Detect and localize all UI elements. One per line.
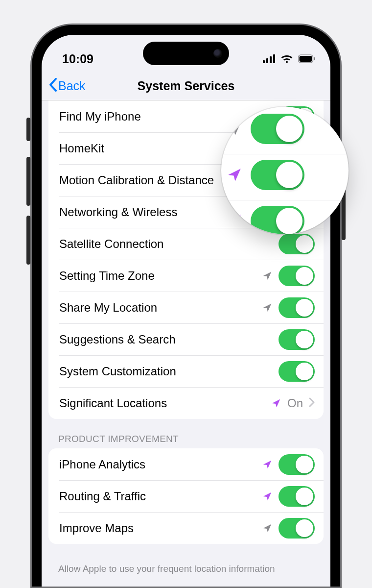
row-label: Networking & Wireless [59,205,262,219]
row-label: iPhone Analytics [59,458,262,471]
toggle-switch[interactable] [279,486,315,507]
row-label: Improve Maps [59,521,262,535]
settings-row: Improve Maps [48,512,324,544]
dynamic-island [143,42,229,65]
row-label: Suggestions & Search [59,333,279,346]
settings-row: Setting Time Zone [48,260,324,292]
svg-rect-1 [266,58,268,63]
toggle-switch[interactable] [279,266,315,286]
location-arrow-icon [271,398,281,409]
settings-row: Routing & Traffic [48,480,324,512]
location-arrow-icon [262,459,273,470]
chevron-right-icon [309,397,315,409]
row-label: System Customization [59,365,279,378]
battery-icon [298,52,316,66]
front-camera [213,49,222,58]
device-silent-switch [26,118,30,141]
row-label: Significant Locations [59,396,271,410]
settings-row[interactable]: Significant Locations On [48,387,324,419]
location-arrow-icon [226,167,243,183]
back-label: Back [58,79,86,93]
toggle-switch[interactable] [279,361,315,382]
svg-rect-2 [270,56,272,63]
row-label: Find My iPhone [59,110,262,123]
row-value: On [287,396,303,410]
location-arrow-icon [262,302,273,313]
settings-group: iPhone Analytics Routing & Traffic Impro… [48,448,324,544]
device-volume-down [26,216,30,265]
settings-row: Suggestions & Search [48,323,324,355]
wifi-icon [280,52,293,66]
status-time: 10:09 [62,52,93,66]
section-footer: Allow Apple to use your frequent locatio… [42,559,330,575]
section-header: PRODUCT IMPROVEMENT [42,434,330,448]
svg-rect-0 [263,60,265,63]
svg-rect-6 [314,57,315,60]
toggle-switch[interactable] [279,329,315,350]
toggle-switch [251,160,304,190]
toggle-switch[interactable] [279,518,315,539]
toggle-switch[interactable] [279,297,315,318]
row-label: Setting Time Zone [59,269,262,283]
back-button[interactable]: Back [42,78,86,95]
nav-bar: Back System Services [42,72,330,100]
settings-row: iPhone Analytics [48,448,324,480]
chevron-left-icon [48,78,57,95]
location-arrow-icon [262,491,273,502]
row-label: Share My Location [59,301,262,315]
toggle-switch [251,114,304,144]
row-label: Routing & Traffic [59,490,262,503]
svg-rect-5 [300,56,312,62]
device-volume-up [26,157,30,206]
location-arrow-icon [262,523,273,534]
svg-rect-3 [273,54,275,63]
location-arrow-icon [262,270,273,281]
magnifier-callout [221,107,349,234]
toggle-switch[interactable] [279,234,315,254]
row-label: Satellite Connection [59,237,279,251]
settings-row: System Customization [48,355,324,387]
cellular-icon [263,52,276,66]
settings-row: Share My Location [48,292,324,323]
toggle-switch[interactable] [279,454,315,475]
